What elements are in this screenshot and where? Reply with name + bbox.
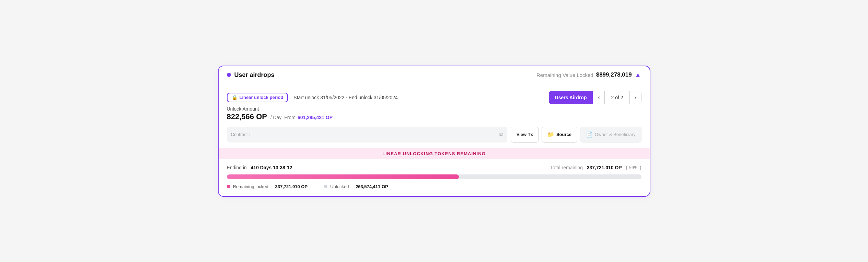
per-day-label: / Day — [270, 115, 283, 120]
total-remaining-value: 337,721,010 OP — [587, 165, 622, 170]
pagination-next-button[interactable]: › — [629, 91, 641, 104]
owner-label: Owner & Beneficiary — [595, 132, 636, 137]
bottom-section: Ending in 410 Days 13:38:12 Total remain… — [219, 159, 650, 196]
legend-unlocked: Unlocked 263,574,411 OP — [324, 184, 388, 189]
unlock-amount-value: 822,566 OP / Day From 601,295,421 OP — [227, 112, 641, 121]
from-label: From — [284, 115, 296, 120]
contract-input-wrap: Contract : ⧉ — [227, 127, 507, 143]
header-left: User airdrops — [227, 71, 275, 79]
pagination-prev-button[interactable]: ‹ — [593, 91, 605, 104]
rvl-value: $899,278,019 — [596, 71, 632, 78]
source-label: Source — [556, 132, 571, 137]
date-range: Start unlock 31/05/2022 - End unlock 31/… — [293, 95, 398, 100]
action-buttons: View Tx 📁 Source 📄 Owner & Beneficiary — [511, 127, 641, 143]
top-left: 🔒 Linear unlock period Start unlock 31/0… — [227, 93, 398, 102]
locked-dot — [227, 185, 230, 188]
contract-row: Contract : ⧉ View Tx 📁 Source 📄 Owner & … — [227, 127, 641, 143]
users-airdrop-button[interactable]: Users Airdrop — [549, 91, 593, 104]
ending-value: 410 Days 13:38:12 — [251, 165, 292, 170]
collapse-icon[interactable]: ▲ — [635, 71, 641, 79]
legend-locked: Remaining locked 337,721,010 OP — [227, 184, 308, 189]
from-value: 601,295,421 OP — [298, 115, 333, 120]
linear-banner: LINEAR UNLOCKING TOKENS REMAINING — [219, 148, 650, 159]
ending-row: Ending in 410 Days 13:38:12 Total remain… — [227, 165, 641, 170]
top-right: Users Airdrop ‹ 2 of 2 › — [549, 91, 641, 104]
pagination-current: 2 of 2 — [605, 95, 629, 100]
total-remaining-label: Total remaining — [550, 165, 583, 170]
unlock-per-day: 822,566 OP — [227, 112, 267, 121]
owner-icon: 📄 — [586, 131, 593, 138]
source-icon: 📁 — [547, 131, 554, 138]
unlocked-dot — [324, 185, 327, 188]
lock-icon: 🔒 — [232, 95, 238, 100]
contract-label: Contract : — [231, 132, 250, 137]
linear-badge: 🔒 Linear unlock period — [227, 93, 288, 102]
header-right: Remaining Value Locked $899,278,019 ▲ — [536, 71, 641, 79]
pagination-box: ‹ 2 of 2 › — [593, 91, 641, 104]
ending-left: Ending in 410 Days 13:38:12 — [227, 165, 292, 170]
owner-beneficiary-button[interactable]: 📄 Owner & Beneficiary — [580, 127, 641, 143]
progress-bar-fill — [227, 174, 459, 179]
card-header: User airdrops Remaining Value Locked $89… — [219, 66, 650, 84]
view-tx-button[interactable]: View Tx — [511, 127, 539, 143]
progress-bar — [227, 174, 641, 179]
legend-row: Remaining locked 337,721,010 OP Unlocked… — [227, 184, 641, 189]
card-body: 🔒 Linear unlock period Start unlock 31/0… — [219, 84, 650, 159]
copy-icon[interactable]: ⧉ — [499, 132, 503, 138]
legend-unlocked-value: 263,574,411 OP — [356, 184, 388, 189]
page-title: User airdrops — [234, 71, 275, 79]
rvl-label: Remaining Value Locked — [536, 72, 593, 78]
legend-locked-value: 337,721,010 OP — [275, 184, 308, 189]
total-remaining-pct: ( 56% ) — [626, 165, 641, 170]
top-row: 🔒 Linear unlock period Start unlock 31/0… — [227, 91, 641, 104]
legend-locked-label: Remaining locked — [233, 184, 268, 189]
unlock-amount-label: Unlock Amount — [227, 106, 641, 112]
main-card: User airdrops Remaining Value Locked $89… — [218, 66, 650, 197]
ending-label: Ending in — [227, 165, 247, 170]
source-button[interactable]: 📁 Source — [542, 127, 577, 143]
legend-unlocked-label: Unlocked — [330, 184, 349, 189]
badge-label: Linear unlock period — [240, 95, 283, 100]
status-dot — [227, 73, 231, 77]
ending-right: Total remaining 337,721,010 OP ( 56% ) — [550, 165, 641, 170]
